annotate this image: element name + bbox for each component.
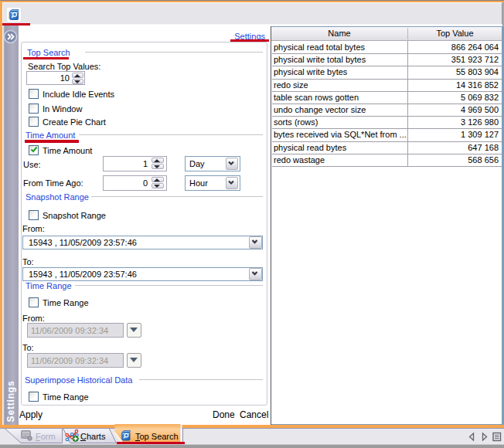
svg-text:Charts: Charts [80,432,106,441]
svg-text:Top Search: Top Search [135,432,179,441]
svg-text:Form: Form [36,432,56,441]
